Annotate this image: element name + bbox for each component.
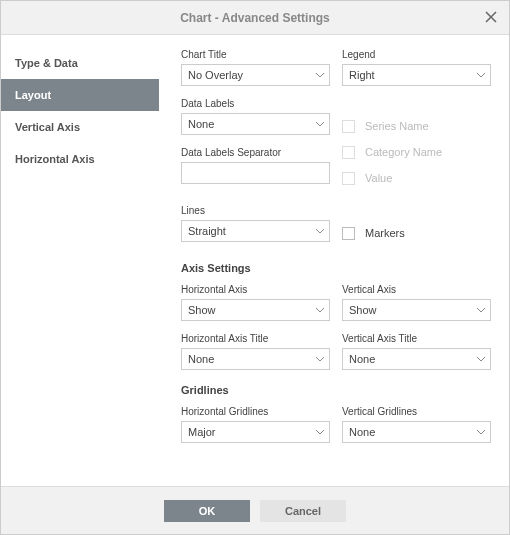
v-axis-select[interactable]: Show <box>342 299 491 321</box>
separator-label: Data Labels Separator <box>181 147 330 158</box>
v-grid-label: Vertical Gridlines <box>342 406 491 417</box>
v-axis-value: Show <box>349 304 377 316</box>
separator-input[interactable] <box>181 162 330 184</box>
value-checkbox <box>342 172 355 185</box>
markers-checkbox-row[interactable]: Markers <box>342 222 491 244</box>
markers-checkbox[interactable] <box>342 227 355 240</box>
value-label: Value <box>365 172 392 184</box>
v-axis-label: Vertical Axis <box>342 284 491 295</box>
chevron-down-icon <box>315 305 325 315</box>
chart-title-select[interactable]: No Overlay <box>181 64 330 86</box>
markers-label: Markers <box>365 227 405 239</box>
lines-select[interactable]: Straight <box>181 220 330 242</box>
chart-title-value: No Overlay <box>188 69 243 81</box>
data-labels-value: None <box>188 118 214 130</box>
dialog: Chart - Advanced Settings Type & Data La… <box>0 0 510 535</box>
h-axis-value: Show <box>188 304 216 316</box>
v-axis-title-select[interactable]: None <box>342 348 491 370</box>
sidebar-item-layout[interactable]: Layout <box>1 79 159 111</box>
h-grid-select[interactable]: Major <box>181 421 330 443</box>
sidebar: Type & Data Layout Vertical Axis Horizon… <box>1 35 159 486</box>
data-labels-select[interactable]: None <box>181 113 330 135</box>
sidebar-item-label: Type & Data <box>15 57 78 69</box>
legend-label: Legend <box>342 49 491 60</box>
chevron-down-icon <box>476 305 486 315</box>
v-axis-title-value: None <box>349 353 375 365</box>
v-axis-title-label: Vertical Axis Title <box>342 333 491 344</box>
sidebar-item-vertical-axis[interactable]: Vertical Axis <box>1 111 159 143</box>
chevron-down-icon <box>315 70 325 80</box>
titlebar: Chart - Advanced Settings <box>1 1 509 35</box>
chevron-down-icon <box>315 119 325 129</box>
gridlines-heading: Gridlines <box>181 384 491 396</box>
h-grid-value: Major <box>188 426 216 438</box>
h-grid-label: Horizontal Gridlines <box>181 406 330 417</box>
h-axis-title-value: None <box>188 353 214 365</box>
category-name-checkbox <box>342 146 355 159</box>
sidebar-item-label: Horizontal Axis <box>15 153 95 165</box>
content-panel: Chart Title No Overlay Legend Right <box>159 35 509 486</box>
chevron-down-icon <box>476 70 486 80</box>
axis-settings-heading: Axis Settings <box>181 262 491 274</box>
sidebar-item-type-data[interactable]: Type & Data <box>1 47 159 79</box>
dialog-title: Chart - Advanced Settings <box>180 11 330 25</box>
h-axis-title-label: Horizontal Axis Title <box>181 333 330 344</box>
v-grid-value: None <box>349 426 375 438</box>
h-axis-label: Horizontal Axis <box>181 284 330 295</box>
cancel-button[interactable]: Cancel <box>260 500 346 522</box>
chevron-down-icon <box>315 427 325 437</box>
chevron-down-icon <box>315 354 325 364</box>
category-name-checkbox-row: Category Name <box>342 141 491 163</box>
dialog-body: Type & Data Layout Vertical Axis Horizon… <box>1 35 509 486</box>
footer: OK Cancel <box>1 486 509 534</box>
chart-title-label: Chart Title <box>181 49 330 60</box>
h-axis-title-select[interactable]: None <box>181 348 330 370</box>
sidebar-item-horizontal-axis[interactable]: Horizontal Axis <box>1 143 159 175</box>
value-checkbox-row: Value <box>342 167 491 189</box>
close-icon[interactable] <box>483 9 499 25</box>
lines-label: Lines <box>181 205 330 216</box>
h-axis-select[interactable]: Show <box>181 299 330 321</box>
chevron-down-icon <box>476 354 486 364</box>
chevron-down-icon <box>315 226 325 236</box>
v-grid-select[interactable]: None <box>342 421 491 443</box>
data-labels-label: Data Labels <box>181 98 330 109</box>
ok-button[interactable]: OK <box>164 500 250 522</box>
series-name-label: Series Name <box>365 120 429 132</box>
category-name-label: Category Name <box>365 146 442 158</box>
lines-value: Straight <box>188 225 226 237</box>
legend-select[interactable]: Right <box>342 64 491 86</box>
cancel-button-label: Cancel <box>285 505 321 517</box>
chevron-down-icon <box>476 427 486 437</box>
sidebar-item-label: Layout <box>15 89 51 101</box>
ok-button-label: OK <box>199 505 216 517</box>
legend-value: Right <box>349 69 375 81</box>
sidebar-item-label: Vertical Axis <box>15 121 80 133</box>
series-name-checkbox <box>342 120 355 133</box>
series-name-checkbox-row: Series Name <box>342 115 491 137</box>
